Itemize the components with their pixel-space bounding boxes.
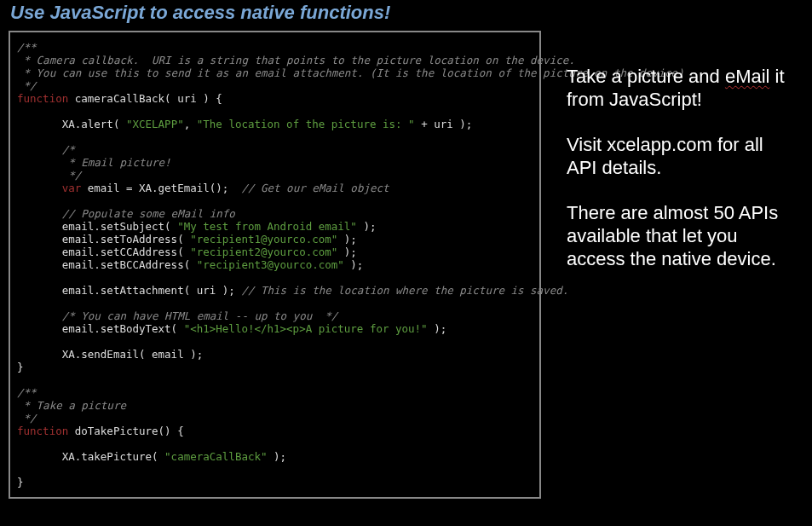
- slide: Use JavaScript to access native function…: [0, 0, 812, 526]
- side-paragraph-3: There are almost 50 APIs available that …: [567, 201, 797, 270]
- code-string: "My test from Android email": [177, 220, 357, 233]
- code-string: "XCELAPP": [126, 118, 184, 130]
- code-text: }: [17, 361, 24, 373]
- code-text: doTakePicture() {: [68, 425, 183, 437]
- code-comment: * Camera callback. URI is a string that …: [17, 54, 575, 66]
- code-text: email.setAttachment( uri );: [17, 284, 241, 297]
- code-comment: /* You can have HTML email -- up to you …: [17, 309, 337, 322]
- code-keyword: function: [17, 425, 68, 437]
- code-block: /** * Camera callback. URI is a string t…: [9, 31, 541, 499]
- side-paragraph-1: Take a picture and eMail it from JavaScr…: [567, 65, 797, 111]
- code-comment: */: [17, 79, 37, 92]
- side-p1-a: Take a picture and: [567, 66, 725, 87]
- code-keyword: var: [17, 182, 81, 194]
- code-text: email.setCCAddress(: [17, 246, 190, 258]
- code-text: ,: [184, 118, 197, 130]
- code-text: XA.takePicture(: [17, 450, 164, 463]
- code-text: XA.sendEmail( email );: [17, 348, 203, 361]
- code-text: cameraCallBack( uri ) {: [68, 92, 222, 105]
- code-text: email.setSubject(: [17, 220, 177, 233]
- code-string: "cameraCallBack": [164, 450, 267, 463]
- page-title: Use JavaScript to access native function…: [9, 0, 803, 31]
- code-comment: * Email picture!: [17, 156, 171, 169]
- side-p1-squiggle: eMail: [725, 66, 770, 87]
- code-string: "The location of the picture is: ": [197, 118, 415, 130]
- code-text: .alert(: [75, 118, 126, 130]
- side-paragraph-2: Visit xcelapp.com for all API details.: [567, 133, 797, 179]
- content-row: /** * Camera callback. URI is a string t…: [9, 31, 803, 499]
- code-comment: // Get our eMail object: [241, 182, 389, 194]
- code-comment: /*: [17, 143, 75, 156]
- code-text: );: [428, 322, 447, 335]
- code-comment: /**: [17, 386, 37, 399]
- code-string: "recipient1@yourco.com": [190, 233, 337, 246]
- code-text: email.setToAddress(: [17, 233, 190, 246]
- code-text: email.setBodyText(: [17, 322, 184, 335]
- code-string: "<h1>Hello!</h1><p>A picture for you!": [184, 322, 428, 335]
- code-text: );: [268, 450, 287, 463]
- side-description: Take a picture and eMail it from JavaScr…: [567, 31, 797, 292]
- code-string: "recipient2@yourco.com": [190, 246, 337, 258]
- code-text: );: [344, 258, 364, 271]
- code-comment: // Populate some eMail info: [17, 207, 235, 220]
- code-text: email.setBCCAddress(: [17, 258, 197, 271]
- code-comment: // This is the location where the pictur…: [241, 284, 568, 297]
- code-comment: /**: [17, 41, 37, 54]
- code-comment: */: [17, 412, 37, 425]
- code-string: "recipient3@yourco.com": [197, 258, 344, 271]
- code-text: }: [17, 476, 24, 488]
- code-text: );: [357, 220, 377, 233]
- code-keyword: function: [17, 92, 68, 105]
- code-text: );: [337, 233, 357, 246]
- code-text: email = XA.getEmail();: [81, 182, 241, 194]
- code-text: );: [337, 246, 357, 258]
- code-text: + uri );: [415, 118, 473, 130]
- code-comment: */: [17, 169, 81, 182]
- code-text: XA: [17, 118, 75, 130]
- code-comment: * Take a picture: [17, 399, 126, 412]
